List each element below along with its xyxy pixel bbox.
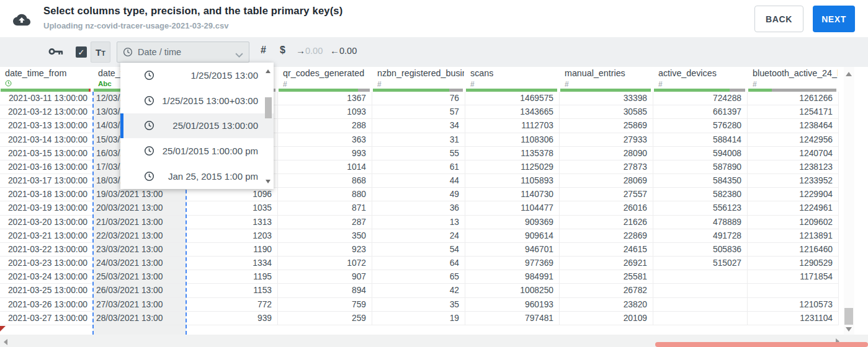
cell: 2021-03-18 13:00:00 [0, 188, 93, 201]
clock-icon [144, 146, 154, 156]
vertical-scrollbar-thumb[interactable] [844, 308, 853, 325]
column-header-scans[interactable]: scans# [465, 67, 560, 92]
scroll-up-arrow[interactable] [846, 72, 852, 76]
column-header-manual_entries[interactable]: manual_entries# [560, 67, 653, 92]
cell: 1195 [186, 270, 278, 283]
cell: 960193 [465, 298, 560, 311]
dropdown-scrollbar-thumb[interactable] [265, 97, 272, 118]
cell: 1014 [278, 160, 372, 174]
text-type-button[interactable]: Tt [91, 42, 110, 63]
format-option[interactable]: 1/25/2015 13:00 [120, 63, 274, 88]
dropdown-scroll-down-arrow[interactable] [266, 180, 271, 183]
cell: 1072 [278, 257, 372, 270]
cell: 1096 [186, 188, 278, 201]
upload-cloud-icon [13, 11, 30, 29]
increase-decimal-button[interactable]: →0.00 [296, 45, 323, 56]
cell: 2021-03-15 13:00:00 [0, 147, 93, 160]
cell: 64 [372, 257, 465, 270]
cell: 24/03/2021 13:00 [93, 257, 186, 270]
datetime-format-select[interactable]: Date / time [117, 42, 249, 63]
cell: 28/03/2021 13:00 [93, 312, 186, 325]
cell: 2021-03-26 13:00:00 [0, 298, 93, 311]
cell: 2021-03-13 13:00:00 [0, 119, 93, 132]
vertical-scrollbar-track[interactable] [844, 67, 854, 335]
number-type-indicator: # [283, 80, 287, 88]
cell: 576280 [653, 119, 748, 132]
cell: 772 [186, 298, 278, 311]
cell: 24615 [560, 243, 653, 256]
cell: 259 [278, 312, 372, 325]
column-header-date_time_from[interactable]: date_time_from [0, 67, 93, 92]
datetime-format-dropdown: 1/25/2015 13:001/25/2015 13:00+03:0025/0… [120, 63, 274, 189]
format-option[interactable]: 1/25/2015 13:00+03:00 [120, 88, 274, 113]
cell: 1229904 [748, 188, 839, 201]
page-title: Select columns type, precision, and the … [43, 5, 342, 17]
dropdown-scroll-up-arrow[interactable] [266, 69, 271, 73]
column-header-nzbn_registered_busine[interactable]: nzbn_registered_busine# [372, 67, 465, 92]
table-row: 2021-03-26 13:00:0027/03/2021 13:0077275… [0, 298, 839, 312]
upload-status: Uploading nz-covid-tracer-usage-2021-03-… [43, 21, 228, 30]
number-type-indicator: # [658, 80, 663, 88]
column-header-qr_codes_generated[interactable]: qr_codes_generated# [278, 67, 372, 92]
scroll-down-arrow[interactable] [846, 327, 852, 332]
cell: 13 [372, 216, 465, 229]
cell: 1112703 [465, 119, 560, 132]
cell: 1238464 [748, 119, 839, 132]
cell: 661397 [653, 105, 748, 118]
column-header-bluetooth_active_24_hr_[interactable]: bluetooth_active_24_hr_# [748, 67, 839, 92]
cell: 584350 [653, 174, 748, 187]
include-column-checkbox[interactable]: ✓ [76, 46, 87, 58]
table-row: 2021-03-25 13:00:0026/03/2021 13:0011538… [0, 284, 839, 297]
cell: 350 [278, 229, 372, 242]
cell: 23/03/2021 13:00 [93, 243, 186, 256]
format-option-selected[interactable]: 25/01/2015 13:00:00 [120, 113, 274, 139]
cell: 28069 [560, 174, 653, 187]
table-row: 2021-03-18 13:00:0019/03/2021 13:0010968… [0, 188, 839, 201]
cell: 36 [372, 201, 465, 214]
format-option-label: 1/25/2015 13:00 [154, 70, 274, 81]
arrow-right-icon: → [296, 45, 305, 56]
cell: 1008250 [465, 284, 560, 297]
cell: 1190 [186, 243, 278, 256]
cell: 42 [372, 284, 465, 297]
format-option[interactable]: 25/01/2015 1:00:00 pm [120, 138, 274, 164]
cell: 1210573 [748, 298, 839, 311]
cell: 24 [372, 229, 465, 242]
cell: 1233952 [748, 174, 839, 187]
clock-icon [144, 120, 154, 131]
cell: 1153 [186, 284, 278, 297]
cell: 26016 [560, 201, 653, 214]
cell: 1231104 [748, 312, 839, 325]
cell: 20/03/2021 13:00 [93, 201, 186, 214]
back-button[interactable]: BACK [754, 6, 803, 32]
clock-icon [144, 70, 154, 81]
currency-type-button[interactable]: $ [280, 45, 285, 56]
number-type-button[interactable]: # [261, 45, 266, 56]
horizontal-scrollbar-thumb[interactable] [655, 342, 868, 347]
cell: 1224961 [748, 201, 839, 214]
scroll-left-arrow[interactable] [4, 339, 7, 345]
format-option[interactable]: Jan 25, 2015 1:00 pm [120, 164, 274, 189]
text-type-indicator: Abc [98, 80, 112, 88]
next-button[interactable]: NEXT [813, 6, 855, 32]
cell: 909369 [465, 216, 560, 229]
cell: 977369 [465, 257, 560, 270]
cell: 871 [278, 201, 372, 214]
table-row: 2021-03-20 13:00:0021/03/2021 13:0013132… [0, 216, 839, 229]
clock-icon [144, 95, 154, 106]
cell: 556123 [653, 201, 748, 214]
cell: 2021-03-19 13:00:00 [0, 201, 93, 214]
cell: 907 [278, 270, 372, 283]
primary-key-icon[interactable] [48, 48, 63, 56]
cell: 2021-03-20 13:00:00 [0, 216, 93, 229]
cell: 61 [372, 160, 465, 174]
cell: 1104477 [465, 201, 560, 214]
format-option-label: 1/25/2015 13:00+03:00 [154, 95, 274, 106]
cell: 65 [372, 270, 465, 283]
cell: 2021-03-22 13:00:00 [0, 243, 93, 256]
cell: 894 [278, 284, 372, 297]
column-header-active_devices[interactable]: active_devices# [653, 67, 748, 92]
cell: 1254171 [748, 105, 839, 118]
decrease-decimal-button[interactable]: ←0.00 [330, 45, 357, 56]
cell: 22869 [560, 229, 653, 242]
